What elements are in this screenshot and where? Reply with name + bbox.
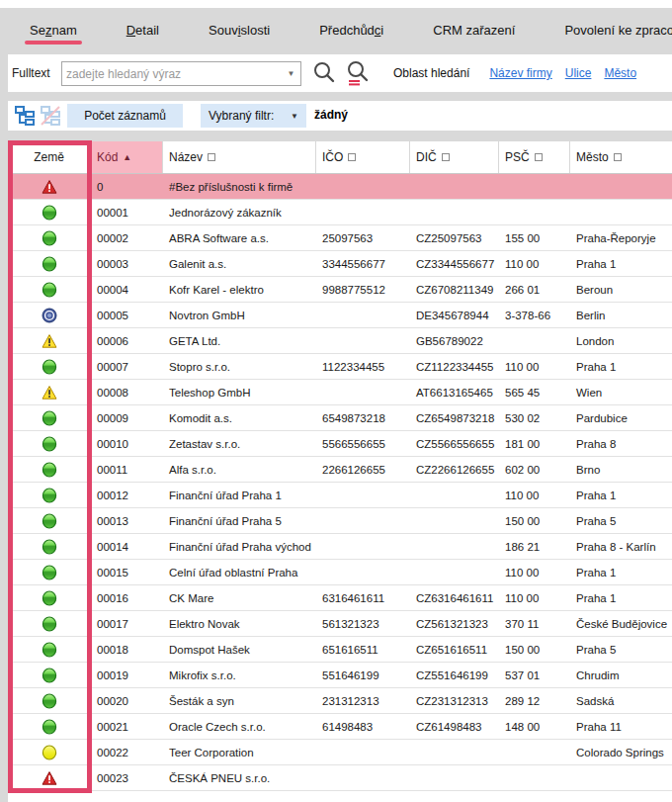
table-row[interactable]: 00007Stopro s.r.o.1122334455CZ1122334455… — [8, 354, 672, 380]
column-filter-checkbox-dic[interactable] — [442, 153, 450, 161]
cell-psc: 110 00 — [499, 567, 570, 579]
tab-crm-za-azen[interactable]: CRM zařazení — [431, 9, 517, 53]
combo-dropdown-icon[interactable]: ▼ — [282, 62, 300, 85]
cell-mesto: Sadská — [570, 695, 672, 707]
table-row[interactable]: 00006GETA Ltd.GB56789022London — [8, 328, 672, 354]
table-row[interactable]: 00012Finanční úřad Praha 1110 00Praha 1 — [8, 483, 672, 508]
table-row[interactable]: 00018Domspot Hašek651616511CZ65161651115… — [8, 637, 672, 663]
status-green-icon — [8, 359, 91, 375]
column-label-nazev: Název — [169, 150, 203, 164]
cell-ico: 1122334455 — [316, 361, 410, 373]
column-header-mesto[interactable]: Město — [570, 141, 672, 173]
table-row[interactable]: 00019Mikrofix s.r.o.551646199CZ551646199… — [8, 663, 672, 688]
cell-mesto: Praha 11 — [570, 721, 672, 733]
table-row[interactable]: 00002ABRA Software a.s.25097563CZ2509756… — [8, 225, 672, 251]
column-label-ico: IČO — [322, 150, 343, 164]
column-label-zeme: Země — [34, 150, 64, 164]
table-row[interactable]: 0#Bez příslušnosti k firmě — [8, 174, 672, 200]
search-area-link-m-sto[interactable]: Město — [604, 66, 636, 80]
cell-dic: CZ551646199 — [410, 669, 499, 681]
record-count-button[interactable]: Počet záznamů — [67, 104, 183, 128]
table-row[interactable]: 00021Oracle Czech s.r.o.61498483CZ614984… — [8, 714, 672, 740]
search-icon[interactable] — [312, 60, 336, 86]
cell-dic: GB56789022 — [410, 335, 499, 347]
column-header-ico[interactable]: IČO — [316, 141, 410, 173]
search-marked-icon[interactable] — [346, 60, 370, 86]
cell-psc: 150 00 — [499, 644, 570, 656]
tree-view-icon[interactable] — [14, 105, 36, 127]
table-row[interactable]: 00015Celní úřad oblastní Praha110 00Prah… — [8, 560, 672, 585]
table-row[interactable]: 00010Zetastav s.r.o.5566556655CZ55665566… — [8, 431, 672, 457]
cell-mesto: Berlin — [570, 310, 672, 321]
cell-psc: 110 00 — [499, 490, 570, 501]
column-filter-checkbox-mesto[interactable] — [614, 153, 622, 161]
search-area-link-ulice[interactable]: Ulice — [565, 66, 592, 80]
tab-povolen-ke-zpracov-r[interactable]: Povolení ke zpracovár — [562, 9, 672, 53]
cell-kod: 00008 — [91, 387, 163, 399]
fulltext-combobox[interactable]: ▼ — [61, 61, 301, 86]
alert-red-icon — [8, 179, 91, 195]
column-filter-checkbox-psc[interactable] — [535, 153, 543, 161]
cell-kod: 00007 — [91, 361, 163, 373]
status-green-icon — [8, 539, 91, 555]
cell-nazev: Finanční úřad Praha východ — [163, 541, 316, 553]
table-row[interactable]: 00003Galenit a.s.3344556677CZ33445566771… — [8, 251, 672, 277]
table-row[interactable]: 00016CK Mare6316461611CZ6316461611110 00… — [8, 585, 672, 611]
cell-dic: CZ1122334455 — [410, 361, 499, 373]
search-area-link-n-zev-firmy[interactable]: Název firmy — [489, 66, 551, 80]
cell-dic: CZ6549873218 — [410, 412, 499, 424]
column-header-zeme[interactable]: Země — [8, 141, 91, 173]
table-row[interactable]: 00022Teer CorporationColorado Springs — [8, 740, 672, 765]
table-row[interactable]: 00004Kofr Karel - elektro9988775512CZ670… — [8, 277, 672, 303]
status-green-icon — [8, 462, 91, 478]
table-row[interactable]: 00009Komodit a.s.6549873218CZ65498732185… — [8, 405, 672, 431]
cell-nazev: ABRA Software a.s. — [163, 232, 316, 244]
cell-kod: 00001 — [91, 207, 163, 219]
table-row[interactable]: 00023ČESKÁ PNEU s.r.o. — [8, 765, 672, 791]
cell-psc: 370 11 — [499, 618, 570, 630]
cell-nazev: GETA Ltd. — [163, 335, 316, 347]
cell-ico: 6316461611 — [316, 592, 410, 604]
column-label-kod: Kód — [97, 150, 118, 164]
tab-seznam[interactable]: Seznam — [28, 9, 79, 53]
table-row[interactable]: 00014Finanční úřad Praha východ186 21Pra… — [8, 534, 672, 560]
cell-ico: 651616511 — [316, 644, 410, 656]
column-filter-checkbox-ico[interactable] — [348, 153, 356, 161]
divider-band — [8, 131, 672, 141]
column-header-dic[interactable]: DIČ — [410, 141, 499, 173]
table-row[interactable]: 00011Alfa s.r.o.2266126655CZ226612665560… — [8, 457, 672, 483]
cell-dic: CZ5566556655 — [410, 438, 499, 450]
column-header-nazev[interactable]: Název — [163, 141, 316, 173]
selected-filter-dropdown[interactable]: Vybraný filtr: ▼ — [201, 104, 306, 128]
table-row[interactable]: 00020Šesták a syn231312313CZ231312313289… — [8, 688, 672, 714]
cell-psc: 565 45 — [499, 387, 570, 399]
table-row[interactable]: 00008Teleshop GmbHAT6613165465565 45Wien — [8, 380, 672, 405]
cell-dic: CZ2266126655 — [410, 464, 499, 476]
table-row[interactable]: 00017Elektro Novak561321323CZ56132132337… — [8, 611, 672, 637]
status-green-icon — [8, 642, 91, 658]
tab-detail[interactable]: Detail — [125, 9, 161, 53]
cell-ico: 3344556677 — [316, 258, 410, 270]
cell-nazev: Celní úřad oblastní Praha — [163, 567, 316, 579]
table-row[interactable]: 00005Novtron GmbHDE3456789443-378-66Berl… — [8, 303, 672, 328]
table-row[interactable]: 00013Finanční úřad Praha 5150 00Praha 5 — [8, 508, 672, 534]
cell-dic: CZ25097563 — [410, 232, 499, 244]
cell-nazev: Mikrofix s.r.o. — [163, 669, 316, 681]
cell-kod: 00010 — [91, 438, 163, 450]
table-row[interactable]: 00001Jednorázový zákazník — [8, 200, 672, 225]
cell-dic: CZ3344556677 — [410, 258, 499, 270]
cell-mesto: Colorado Springs — [570, 747, 672, 758]
cell-nazev: Novtron GmbH — [163, 310, 316, 321]
cell-psc: 289 12 — [499, 695, 570, 707]
column-filter-checkbox-nazev[interactable] — [208, 153, 215, 161]
cell-nazev: Stopro s.r.o. — [163, 361, 316, 373]
search-input[interactable] — [62, 62, 282, 85]
cell-nazev: Jednorázový zákazník — [163, 207, 316, 219]
column-header-psc[interactable]: PSČ — [499, 141, 570, 173]
cell-psc: 3-378-66 — [499, 310, 570, 321]
column-header-kod[interactable]: Kód▲ — [91, 141, 163, 173]
tab-souvislosti[interactable]: Souvislosti — [207, 9, 272, 53]
tab-p-edch-dci[interactable]: Předchůdci — [317, 9, 385, 53]
cell-nazev: Teleshop GmbH — [163, 387, 316, 399]
cell-mesto: České Budějovice — [570, 618, 672, 630]
